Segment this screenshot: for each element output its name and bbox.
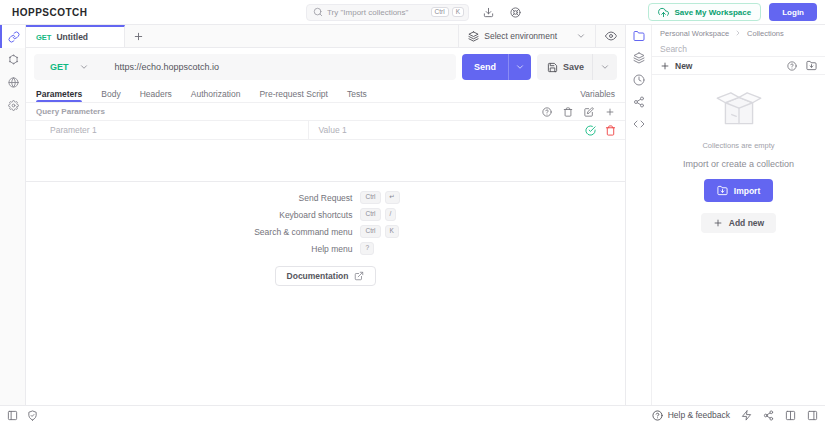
clear-all-params-button[interactable] [563, 107, 573, 117]
param-key-input[interactable]: Parameter 1 [26, 125, 308, 135]
param-row: Parameter 1 Value 1 [26, 121, 625, 140]
help-circle-icon [542, 107, 552, 117]
shield-check-icon [27, 410, 38, 421]
help-feedback-button[interactable]: Help & feedback [652, 410, 730, 421]
toggle-sidebar-button[interactable] [7, 410, 18, 421]
request-options-tabs: Parameters Body Headers Authorization Pr… [26, 86, 625, 103]
trash-icon [563, 107, 573, 117]
folder-import-icon [806, 60, 817, 71]
method-select[interactable]: GET [34, 62, 101, 72]
bulk-edit-button[interactable] [584, 107, 594, 117]
tab-tests[interactable]: Tests [347, 86, 367, 102]
check-circle-icon [585, 125, 596, 136]
breadcrumb-collections[interactable]: Collections [747, 29, 784, 38]
url-bar: GET https://echo.hoppscotch.io [34, 54, 456, 80]
toggle-right-panel-button[interactable] [807, 410, 818, 421]
param-active-toggle[interactable] [585, 125, 596, 136]
nav-item-realtime[interactable] [0, 71, 25, 94]
kbd-ctrl: Ctrl [360, 191, 380, 204]
globe-icon [8, 77, 19, 88]
global-search-button[interactable]: Try "Import collections" Ctrl K [306, 4, 469, 21]
request-pane-empty-space [26, 140, 625, 181]
tab-authorization[interactable]: Authorization [191, 86, 241, 102]
send-options-button[interactable] [508, 54, 531, 80]
param-delete-button[interactable] [605, 125, 616, 136]
right-panel-nav [626, 25, 652, 405]
url-input[interactable]: https://echo.hoppscotch.io [101, 62, 220, 72]
app-window: HOPPSCOTCH Try "Import collections" Ctrl… [0, 0, 825, 424]
environment-quick-peek-button[interactable] [595, 25, 625, 47]
app-logo: HOPPSCOTCH [12, 7, 88, 18]
topbar-left: HOPPSCOTCH [12, 7, 306, 18]
chevron-down-icon [576, 31, 586, 41]
environment-select[interactable]: Select environment [458, 25, 595, 47]
statusbar-left [7, 410, 38, 421]
support-button[interactable] [508, 5, 523, 20]
share-icon [763, 410, 774, 421]
login-button[interactable]: Login [769, 3, 817, 21]
sidebar-item-generate-code[interactable] [626, 113, 651, 135]
install-app-button[interactable] [481, 5, 496, 20]
help-circle-icon [787, 61, 797, 71]
interceptor-button[interactable] [27, 410, 38, 421]
share-button[interactable] [763, 410, 774, 421]
link-icon [8, 31, 20, 43]
collections-search-input[interactable]: Search [652, 41, 825, 57]
save-button[interactable]: Save [537, 54, 617, 80]
save-label: Save [563, 62, 584, 72]
tab-parameters[interactable]: Parameters [36, 86, 82, 102]
plus-icon [133, 31, 144, 42]
trash-icon [605, 125, 616, 136]
query-params-title: Query Parameters [36, 107, 105, 116]
documentation-button[interactable]: Documentation [275, 266, 377, 286]
nav-item-settings[interactable] [0, 94, 25, 117]
breadcrumb-workspace[interactable]: Personal Workspace [660, 29, 729, 38]
wiki-help-button[interactable] [542, 107, 552, 117]
tab-body[interactable]: Body [101, 86, 120, 102]
tab-variables[interactable]: Variables [580, 86, 615, 102]
collections-help-button[interactable] [787, 61, 797, 71]
new-tab-button[interactable] [125, 25, 151, 47]
gear-icon [8, 100, 19, 111]
chevron-right-icon [734, 29, 742, 37]
tab-pre-request-script[interactable]: Pre-request Script [259, 86, 328, 102]
nav-item-rest[interactable] [0, 25, 25, 48]
add-new-button[interactable]: Add new [701, 213, 776, 233]
sidebar-item-history[interactable] [626, 69, 651, 91]
param-value-input[interactable]: Value 1 [308, 121, 577, 139]
save-workspace-button[interactable]: Save My Workspace [648, 3, 761, 21]
empty-box-illustration [710, 87, 768, 133]
statusbar-right: Help & feedback [652, 410, 818, 421]
tab-headers[interactable]: Headers [140, 86, 172, 102]
new-collection-button[interactable]: New [660, 61, 692, 71]
kbd-ctrl: Ctrl [431, 7, 449, 18]
shortcut-label: Search & command menu [26, 227, 352, 237]
shortcut-label: Help menu [26, 244, 352, 254]
request-tab-untitled[interactable]: GET Untitled [26, 25, 125, 47]
chevron-down-icon [79, 62, 89, 72]
import-export-button[interactable] [806, 60, 817, 71]
nav-item-graphql[interactable] [0, 48, 25, 71]
share-icon [633, 96, 645, 108]
sidebar-item-environments[interactable] [626, 47, 651, 69]
save-main: Save [537, 62, 592, 73]
request-tab-strip: GET Untitled Select environment [26, 25, 625, 48]
topbar: HOPPSCOTCH Try "Import collections" Ctrl… [0, 0, 825, 25]
kbd-slash: / [385, 208, 397, 221]
sidebar-item-share[interactable] [626, 91, 651, 113]
layout-toggle-button[interactable] [785, 410, 796, 421]
import-button[interactable]: Import [704, 179, 773, 202]
life-buoy-icon [510, 7, 521, 18]
save-options-button[interactable] [592, 54, 617, 80]
send-button[interactable]: Send [462, 54, 531, 80]
kbd-enter: ↵ [385, 191, 400, 204]
shortcut-row: Search & command menu Ctrl K [26, 223, 625, 240]
sidebar-item-collections[interactable] [626, 25, 651, 47]
add-param-button[interactable] [605, 107, 615, 117]
method-label: GET [50, 62, 69, 72]
code-icon [633, 118, 645, 130]
send-label: Send [462, 54, 508, 80]
topbar-right: Save My Workspace Login [523, 3, 817, 21]
save-workspace-label: Save My Workspace [674, 8, 751, 17]
shortcuts-button[interactable] [741, 410, 752, 421]
